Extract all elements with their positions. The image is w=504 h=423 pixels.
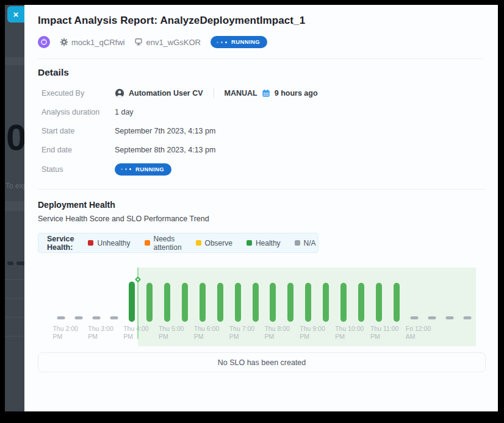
- health-bar: [394, 283, 400, 322]
- detail-row-end-date: End date September 8th 2023, 4:13 pm: [38, 140, 486, 159]
- backdrop-big-number: 0: [6, 119, 24, 156]
- health-bar: [323, 283, 329, 322]
- automation-chip: mock1_qCRfwi: [60, 38, 124, 47]
- x-tick-label: Thu 6:00PM: [194, 325, 219, 341]
- slo-empty-state: No SLO has been created: [38, 352, 486, 372]
- detail-row-start-date: Start date September 7th 2023, 4:13 pm: [38, 121, 486, 140]
- status-badge: RUNNING: [115, 163, 171, 176]
- window-frame: 0 To exp × Impact Analysis Report: Analy…: [0, 0, 504, 423]
- close-button[interactable]: ×: [7, 6, 24, 23]
- health-bar: [129, 282, 135, 322]
- detail-row-executed-by: Executed By Automation User CV MANUAL: [38, 84, 486, 102]
- backdrop-row-line: [5, 317, 24, 318]
- status-badge-label: RUNNING: [231, 38, 260, 46]
- legend-item: Observe: [196, 235, 232, 252]
- health-bar: [235, 283, 241, 322]
- details-heading: Details: [38, 67, 486, 78]
- health-bar: [305, 283, 311, 322]
- detail-label: End date: [41, 146, 115, 154]
- running-dot: [225, 41, 227, 43]
- dimmed-page-backdrop: 0 To exp: [5, 5, 24, 411]
- swirl-icon: [40, 38, 48, 46]
- legend-label: N/A: [304, 239, 316, 247]
- trigger-type: MANUAL: [225, 89, 257, 98]
- automation-label: mock1_qCRfwi: [71, 38, 124, 47]
- executed-by-user: Automation User CV: [129, 89, 203, 98]
- health-bar: [358, 283, 364, 322]
- health-bar: [428, 316, 436, 319]
- detail-label: Start date: [41, 127, 115, 135]
- legend-item: Unhealthy: [88, 235, 130, 252]
- detail-value: September 8th 2023, 4:13 pm: [115, 146, 215, 154]
- health-bar: [287, 283, 293, 322]
- running-dot: [121, 168, 123, 170]
- environment-chip: env1_wGsKOR: [134, 38, 201, 47]
- drawer-header: Impact Analysis Report: AnalyzeDeploymen…: [24, 5, 498, 59]
- backdrop-shape: [7, 261, 13, 265]
- detail-value: 1 day: [115, 108, 134, 116]
- backdrop-shape: [16, 261, 24, 265]
- backdrop-band: [5, 201, 24, 211]
- detail-row-analysis-duration: Analysis duration 1 day: [38, 102, 486, 121]
- backdrop-row-line: [5, 298, 24, 299]
- health-bar: [57, 316, 65, 319]
- slo-empty-text: No SLO has been created: [218, 358, 306, 367]
- x-tick-label: Thu 10:00PM: [335, 325, 364, 341]
- health-bar: [182, 283, 188, 322]
- health-bar: [75, 316, 83, 319]
- x-tick-label: Fri 12:00AM: [406, 325, 431, 341]
- detail-row-status: Status RUNNING: [38, 159, 486, 179]
- backdrop-partial-text: To exp: [5, 182, 24, 190]
- drawer-scroll-area[interactable]: Details Executed By Automation User CV M…: [24, 59, 498, 372]
- health-bar: [146, 283, 153, 322]
- health-bar: [410, 316, 418, 319]
- x-tick-label: Thu 5:00PM: [159, 325, 184, 341]
- x-tick-label: Thu 9:00PM: [300, 325, 325, 341]
- legend-title: Service Health:: [47, 235, 74, 252]
- health-bar: [110, 316, 118, 319]
- status-badge: RUNNING: [211, 36, 267, 48]
- detail-label: Analysis duration: [41, 108, 115, 116]
- x-tick-label: Thu 7:00PM: [229, 325, 254, 341]
- executed-time-ago: 9 hours ago: [275, 89, 318, 98]
- running-dot: [129, 168, 131, 170]
- health-bar: [200, 283, 206, 322]
- legend-items: UnhealthyNeeds attentionObserveHealthyN/…: [88, 235, 315, 252]
- legend-swatch: [295, 240, 300, 246]
- impact-analysis-avatar: [38, 36, 50, 48]
- detail-value: September 7th 2023, 4:13 pm: [115, 127, 215, 135]
- running-dot: [221, 41, 223, 43]
- legend-item: Healthy: [247, 235, 281, 252]
- health-bar: [445, 316, 453, 319]
- legend-label: Unhealthy: [97, 239, 130, 247]
- backdrop-row-line: [5, 336, 24, 336]
- x-tick-label: Thu 11:00PM: [370, 325, 399, 341]
- section-divider: [38, 189, 486, 190]
- health-bar: [164, 283, 170, 322]
- gear-icon: [60, 38, 68, 46]
- health-bar: [463, 316, 471, 319]
- legend-swatch: [196, 240, 201, 246]
- legend-label: Observe: [205, 239, 232, 247]
- x-tick-label: Thu 4:00PM: [123, 325, 148, 341]
- legend-swatch: [88, 240, 93, 246]
- user-icon: [115, 88, 124, 98]
- health-bar: [93, 316, 101, 319]
- x-tick-label: Thu 8:00PM: [264, 325, 289, 341]
- health-bar: [340, 283, 347, 322]
- legend-item: N/A: [295, 235, 316, 252]
- running-dot: [217, 41, 218, 43]
- x-tick-label: Thu 2:00PM: [52, 325, 77, 341]
- running-dot: [125, 168, 127, 170]
- page-title: Impact Analysis Report: AnalyzeDeploymen…: [38, 15, 483, 27]
- legend-swatch: [145, 240, 150, 246]
- health-bar: [253, 283, 259, 322]
- legend-label: Needs attention: [154, 235, 182, 252]
- backdrop-band: [5, 57, 24, 65]
- deployment-health-subtitle: Service Health Score and SLO Performance…: [38, 215, 486, 223]
- impact-analysis-drawer: × Impact Analysis Report: AnalyzeDeploym…: [24, 5, 498, 411]
- deployment-health-heading: Deployment Health: [38, 200, 486, 210]
- health-bar: [217, 283, 223, 322]
- health-bar: [270, 283, 276, 322]
- legend-swatch: [247, 240, 252, 246]
